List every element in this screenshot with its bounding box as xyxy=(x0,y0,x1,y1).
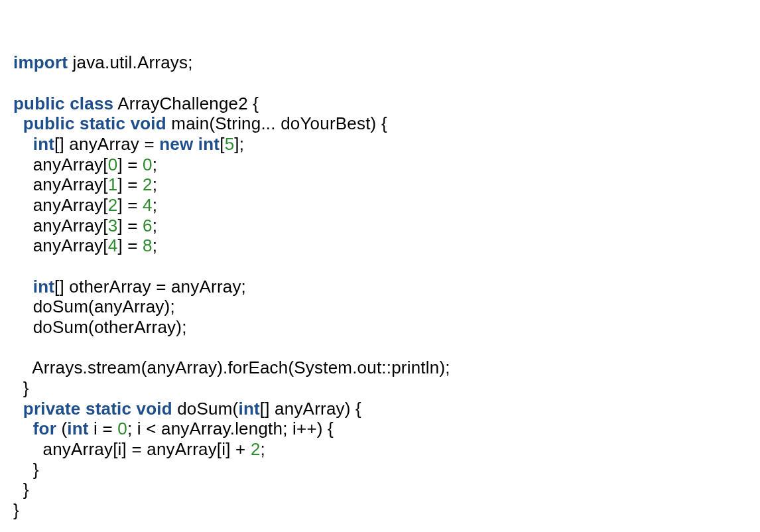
code-token xyxy=(131,399,136,419)
code-token: static xyxy=(86,399,131,419)
code-token: 0 xyxy=(108,155,118,174)
code-token: new xyxy=(159,134,193,154)
code-token: void xyxy=(131,113,166,133)
code-token: int xyxy=(67,419,88,438)
code-token: ] = xyxy=(117,155,143,174)
code-token: ] = xyxy=(117,216,143,235)
code-token: 0 xyxy=(143,155,153,174)
code-token: 2 xyxy=(251,439,261,459)
code-token: ( xyxy=(56,419,67,438)
code-token: 2 xyxy=(143,174,153,194)
code-token: [] anyArray = xyxy=(54,134,159,154)
code-token: [ xyxy=(220,134,224,154)
code-token: [] otherArray = anyArray; doSum(anyArray… xyxy=(13,277,450,419)
code-token: int xyxy=(33,134,54,154)
code-token xyxy=(81,399,86,419)
code-token xyxy=(125,113,130,133)
code-token xyxy=(75,113,80,133)
code-token: class xyxy=(70,94,113,113)
code-token: i = xyxy=(89,419,118,438)
code-token: 2 xyxy=(108,195,118,215)
code-token: ] = xyxy=(117,174,143,194)
code-token: doSum( xyxy=(172,399,239,419)
code-token xyxy=(193,134,198,154)
code-token: static xyxy=(80,113,125,133)
code-token: 4 xyxy=(143,195,153,215)
code-token: for xyxy=(33,419,56,438)
code-token: ] = xyxy=(117,235,143,255)
code-token: int xyxy=(198,134,220,154)
code-token: private xyxy=(23,399,81,419)
code-token: 5 xyxy=(225,134,235,154)
code-token: java.util.Arrays; xyxy=(68,52,193,72)
code-token: 3 xyxy=(108,216,118,235)
code-token: void xyxy=(137,399,172,419)
code-token: 6 xyxy=(143,216,153,235)
code-token: 1 xyxy=(108,174,118,194)
code-token: public xyxy=(13,94,65,113)
code-token: int xyxy=(238,399,259,419)
code-token: 8 xyxy=(143,235,153,255)
code-token: ] = xyxy=(117,195,143,215)
code-block: import java.util.Arrays; public class Ar… xyxy=(13,52,747,520)
code-token: 0 xyxy=(117,419,127,438)
code-token: import xyxy=(13,52,68,72)
code-token: 4 xyxy=(108,235,118,255)
code-token: int xyxy=(33,277,54,297)
code-token: public xyxy=(23,113,75,133)
